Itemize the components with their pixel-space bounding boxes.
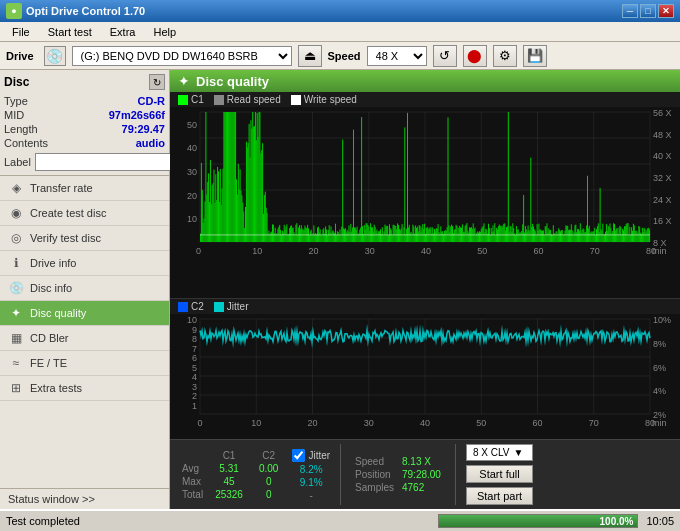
nav-disc-quality[interactable]: ✦ Disc quality: [0, 301, 169, 326]
max-jitter: 9.1%: [292, 477, 330, 488]
drive-label: Drive: [6, 50, 34, 62]
disc-mid-value: 97m26s66f: [109, 109, 165, 121]
nav-verify-test-disc[interactable]: ◎ Verify test disc: [0, 226, 169, 251]
legend-write: Write speed: [291, 94, 357, 105]
red-button[interactable]: ⬤: [463, 45, 487, 67]
total-c1: 25326: [207, 488, 251, 501]
disc-info-icon: 💿: [8, 281, 24, 295]
statusbar: Test completed 100.0% 10:05: [0, 509, 680, 531]
lower-legend-bar: C2 Jitter: [170, 299, 680, 314]
disc-length-label: Length: [4, 123, 38, 135]
disc-refresh-button[interactable]: ↻: [149, 74, 165, 90]
jitter-section: Jitter 8.2% 9.1% -: [292, 449, 330, 501]
chart-title: Disc quality: [196, 74, 269, 89]
legend-c1-label: C1: [191, 94, 204, 105]
drive-select[interactable]: (G:) BENQ DVD DD DW1640 BSRB: [72, 46, 292, 66]
legend-jitter-label: Jitter: [227, 301, 249, 312]
cd-bler-icon: ▦: [8, 331, 24, 345]
main-layout: Disc ↻ Type CD-R MID 97m26s66f Length 79…: [0, 70, 680, 509]
nav-drive-info[interactable]: ℹ Drive info: [0, 251, 169, 276]
status-window-button[interactable]: Status window >>: [0, 488, 169, 509]
menu-extra[interactable]: Extra: [102, 24, 144, 40]
speed-mode-section: 8 X CLV ▼ Start full Start part: [466, 444, 533, 505]
disc-type-label: Type: [4, 95, 28, 107]
speed-select[interactable]: 48 X: [367, 46, 427, 66]
jitter-checkbox-row[interactable]: Jitter: [292, 449, 330, 462]
status-time: 10:05: [646, 515, 674, 527]
nav-transfer-rate[interactable]: ◈ Transfer rate: [0, 176, 169, 201]
total-c2: 0: [251, 488, 286, 501]
disc-mid-row: MID 97m26s66f: [4, 108, 165, 122]
jitter-color-swatch: [214, 302, 224, 312]
menu-start-test[interactable]: Start test: [40, 24, 100, 40]
stats-table: C1 C2 Avg 5.31 0.00 Max 45 0 Total 25326…: [178, 449, 286, 501]
legend-bar: C1 Read speed Write speed: [170, 92, 680, 107]
start-full-button[interactable]: Start full: [466, 465, 533, 483]
menu-file[interactable]: File: [4, 24, 38, 40]
options-button[interactable]: ⚙: [493, 45, 517, 67]
avg-label: Avg: [178, 462, 207, 475]
disc-label-input[interactable]: [35, 153, 179, 171]
chart-quality-icon: ✦: [178, 73, 190, 89]
disc-length-value: 79:29.47: [122, 123, 165, 135]
titlebar: ● Opti Drive Control 1.70 ─ □ ✕: [0, 0, 680, 22]
read-color-swatch: [214, 95, 224, 105]
position-value: 79:28.00: [398, 468, 445, 481]
start-part-button[interactable]: Start part: [466, 487, 533, 505]
menu-help[interactable]: Help: [145, 24, 184, 40]
menubar: File Start test Extra Help: [0, 22, 680, 42]
right-panel: ✦ Disc quality C1 Read speed: [170, 70, 680, 509]
legend-c2-label: C2: [191, 301, 204, 312]
progress-text: 100.0%: [600, 515, 634, 529]
lower-chart-container: C2 Jitter: [170, 299, 680, 439]
legend-jitter: Jitter: [214, 301, 249, 312]
speed-mode-dropdown-icon[interactable]: ▼: [513, 447, 523, 458]
drive-eject-button[interactable]: ⏏: [298, 45, 322, 67]
stats-divider-2: [455, 444, 456, 505]
disc-section: Disc ↻ Type CD-R MID 97m26s66f Length 79…: [0, 70, 169, 176]
legend-c1: C1: [178, 94, 204, 105]
minimize-button[interactable]: ─: [622, 4, 638, 18]
transfer-rate-icon: ◈: [8, 181, 24, 195]
avg-c1: 5.31: [207, 462, 251, 475]
nav-cd-bler[interactable]: ▦ CD Bler: [0, 326, 169, 351]
nav-fe-te[interactable]: ≈ FE / TE: [0, 351, 169, 376]
disc-type-row: Type CD-R: [4, 94, 165, 108]
speed-label: Speed: [328, 50, 361, 62]
jitter-label: Jitter: [308, 450, 330, 461]
stats-c2-header: C2: [251, 449, 286, 462]
nav-extra-tests-label: Extra tests: [30, 382, 161, 394]
fe-te-icon: ≈: [8, 356, 24, 370]
disc-type-value: CD-R: [138, 95, 166, 107]
disc-label-row: Label 🔍: [4, 153, 165, 171]
save-button[interactable]: 💾: [523, 45, 547, 67]
nav-create-test-disc-label: Create test disc: [30, 207, 161, 219]
disc-quality-icon: ✦: [8, 306, 24, 320]
titlebar-left: ● Opti Drive Control 1.70: [6, 3, 145, 19]
upper-chart-container: C1 Read speed Write speed: [170, 92, 680, 299]
avg-jitter: 8.2%: [292, 464, 330, 475]
max-label: Max: [178, 475, 207, 488]
nav-extra-tests[interactable]: ⊞ Extra tests: [0, 376, 169, 401]
disc-label-label: Label: [4, 156, 31, 168]
titlebar-buttons: ─ □ ✕: [622, 4, 674, 18]
write-color-swatch: [291, 95, 301, 105]
nav-cd-bler-label: CD Bler: [30, 332, 161, 344]
legend-read: Read speed: [214, 94, 281, 105]
left-panel: Disc ↻ Type CD-R MID 97m26s66f Length 79…: [0, 70, 170, 509]
nav-create-test-disc[interactable]: ◉ Create test disc: [0, 201, 169, 226]
disc-title: Disc: [4, 75, 29, 89]
progress-bar: 100.0%: [438, 514, 638, 528]
nav-disc-info[interactable]: 💿 Disc info: [0, 276, 169, 301]
disc-contents-row: Contents audio: [4, 136, 165, 150]
jitter-checkbox[interactable]: [292, 449, 305, 462]
extra-tests-icon: ⊞: [8, 381, 24, 395]
lower-chart: [170, 314, 680, 434]
close-button[interactable]: ✕: [658, 4, 674, 18]
refresh-button[interactable]: ↺: [433, 45, 457, 67]
nav-fe-te-label: FE / TE: [30, 357, 161, 369]
c1-color-swatch: [178, 95, 188, 105]
max-c2: 0: [251, 475, 286, 488]
maximize-button[interactable]: □: [640, 4, 656, 18]
verify-test-disc-icon: ◎: [8, 231, 24, 245]
